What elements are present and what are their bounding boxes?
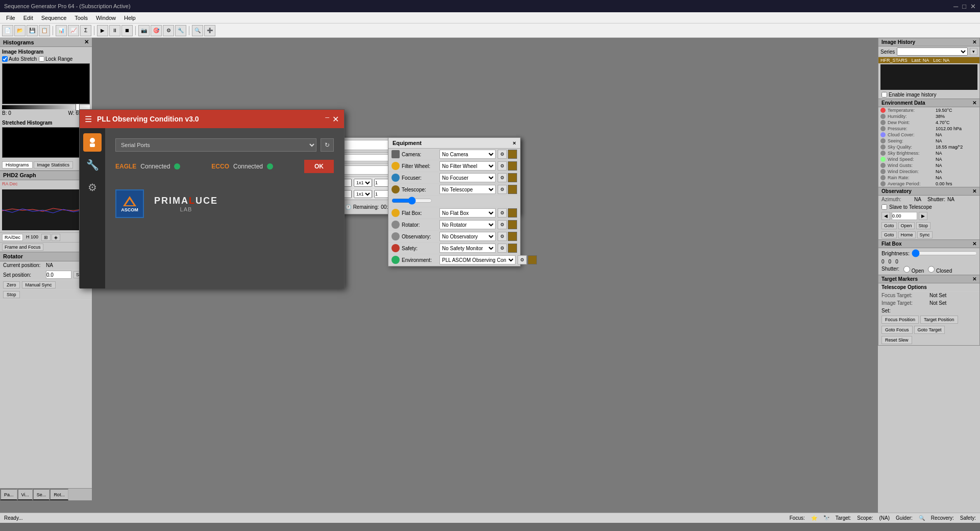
eagle-label: EAGLE	[115, 163, 136, 170]
menu-file[interactable]: File	[2, 14, 19, 22]
modal-nav-tools[interactable]: ⚙	[83, 178, 102, 197]
serial-port-select[interactable]: Serial Ports	[115, 138, 316, 152]
focus-status-label: Focus:	[790, 515, 805, 521]
toolbar-target[interactable]: 🎯	[151, 25, 162, 36]
sep2	[94, 26, 94, 35]
eagle-status: Connected	[140, 163, 170, 170]
modal-header-left: ☰ PLL Observing Condition v3.0	[85, 114, 199, 124]
menu-edit[interactable]: Edit	[19, 14, 37, 22]
primaluce-text: PRIMALUCE	[154, 196, 218, 206]
modal-close-btn[interactable]: ✕	[332, 114, 339, 124]
modal-overlay: ☰ PLL Observing Condition v3.0 ─ ✕	[0, 38, 980, 513]
toolbar-open[interactable]: 📂	[14, 25, 26, 36]
title-bar: Sequence Generator Pro 64 - (Subscriptio…	[0, 0, 980, 12]
modal-sidebar: 🔧 ⚙	[80, 128, 105, 288]
modal-nav-settings[interactable]: 🔧	[83, 156, 102, 174]
guider-status-label: Guider:	[896, 515, 913, 521]
modal-minimize[interactable]: ─	[325, 114, 329, 124]
eagle-connection: EAGLE Connected	[115, 163, 180, 170]
serial-port-row: Serial Ports ↻	[115, 138, 334, 152]
scope-status-label: Scope:	[857, 515, 873, 521]
toolbar-play[interactable]: ▶	[97, 25, 108, 36]
ecco-status: Connected	[233, 163, 263, 170]
menu-window[interactable]: Window	[92, 14, 120, 22]
modal-title: PLL Observing Condition v3.0	[97, 115, 199, 123]
connection-row: EAGLE Connected ECCO Connected OK	[115, 160, 334, 173]
window-controls: ─ □ ✕	[953, 3, 976, 10]
ascom-text: ASCOM	[121, 207, 138, 212]
toolbar-search[interactable]: 🔍	[192, 25, 203, 36]
sep3	[135, 26, 136, 35]
serial-port-refresh[interactable]: ↻	[321, 138, 334, 152]
menu-tools[interactable]: Tools	[70, 14, 92, 22]
recovery-status-label: Recovery:	[931, 515, 954, 521]
nav-main-icon	[87, 137, 98, 148]
toolbar-chart[interactable]: 📈	[68, 25, 79, 36]
svg-point-1	[90, 138, 95, 143]
eagle-dot	[174, 163, 180, 170]
focus-star-icon: ⭐	[811, 515, 817, 521]
target-status-label: Target:	[836, 515, 851, 521]
close-btn[interactable]: ✕	[970, 3, 976, 10]
toolbar-save[interactable]: 💾	[27, 25, 38, 36]
ok-btn[interactable]: OK	[304, 160, 334, 173]
modal-content-area: Serial Ports ↻ EAGLE Connected ECCO Conn…	[105, 128, 344, 288]
modal-nav-main[interactable]	[83, 133, 102, 152]
ascom-box: ASCOM	[115, 189, 144, 218]
toolbar-sigma[interactable]: Σ	[80, 25, 91, 36]
ecco-connection: ECCO Connected	[211, 163, 273, 170]
toolbar-settings[interactable]: ⚙	[163, 25, 174, 36]
menu-sequence[interactable]: Sequence	[37, 14, 71, 22]
toolbar-new[interactable]: 📄	[2, 25, 13, 36]
status-items: Focus: ⭐ 🔭 Target: Scope: (NA) Guider: 🔍…	[790, 515, 976, 521]
sep4	[189, 26, 189, 35]
modal-menu-icon[interactable]: ☰	[85, 114, 92, 124]
status-bar: Ready... Focus: ⭐ 🔭 Target: Scope: (NA) …	[0, 513, 980, 523]
safety-status-label: Safety:	[960, 515, 976, 521]
toolbar-stop[interactable]: ⏹	[121, 25, 133, 36]
menu-help[interactable]: Help	[120, 14, 140, 22]
ready-label: Ready...	[4, 515, 23, 521]
menu-bar: File Edit Sequence Tools Window Help	[0, 12, 980, 23]
lab-text: LAB	[180, 206, 192, 212]
toolbar-more[interactable]: ➕	[204, 25, 215, 36]
toolbar-tools2[interactable]: 🔧	[175, 25, 186, 36]
modal-body: 🔧 ⚙ Serial Ports ↻ EAGLE Connected	[80, 128, 344, 288]
toolbar-save-as[interactable]: 📋	[39, 25, 50, 36]
svg-rect-2	[90, 143, 95, 147]
ecco-label: ECCO	[211, 163, 229, 170]
toolbar-hist[interactable]: 📊	[56, 25, 67, 36]
toolbar-camera[interactable]: 📷	[138, 25, 150, 36]
ecco-dot	[267, 163, 273, 170]
primaluce-logo: PRIMALUCE LAB	[154, 196, 218, 212]
scope-na-label: (NA)	[879, 515, 890, 521]
modal-window-controls: ─ ✕	[325, 114, 339, 124]
minimize-btn[interactable]: ─	[953, 3, 958, 10]
modal-header: ☰ PLL Observing Condition v3.0 ─ ✕	[80, 110, 344, 128]
app-title: Sequence Generator Pro 64 - (Subscriptio…	[4, 3, 131, 9]
toolbar-pause[interactable]: ⏸	[109, 25, 120, 36]
focus-scope-icon: 🔭	[823, 515, 829, 521]
logo-area: ASCOM PRIMALUCE LAB	[115, 189, 334, 218]
pll-modal-dialog: ☰ PLL Observing Condition v3.0 ─ ✕	[79, 109, 345, 288]
ascom-logo-svg	[122, 195, 137, 207]
guider-icon: 🔍	[919, 515, 925, 521]
toolbar: 📄 📂 💾 📋 📊 📈 Σ ▶ ⏸ ⏹ 📷 🎯 ⚙ 🔧 🔍 ➕	[0, 23, 980, 38]
sep1	[53, 26, 53, 35]
maximize-btn[interactable]: □	[962, 3, 966, 10]
